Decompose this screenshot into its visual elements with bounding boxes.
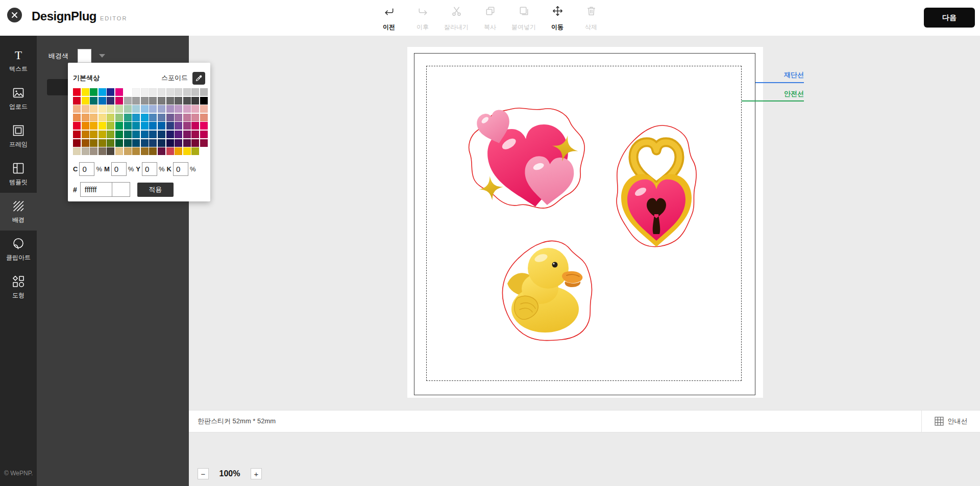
zoom-out-button[interactable]: − [198,468,209,479]
color-swatch[interactable] [166,105,174,113]
color-swatch[interactable] [73,147,81,155]
color-swatch[interactable] [82,105,89,113]
color-swatch[interactable] [183,88,191,96]
color-swatch[interactable] [124,105,132,113]
cut-button[interactable]: 잘라내기 [442,4,471,32]
color-swatch[interactable] [82,122,89,130]
sidebar-item-clipart[interactable]: 클립아트 [0,231,37,268]
color-swatch[interactable] [141,122,149,130]
color-swatch[interactable] [149,139,157,147]
color-swatch[interactable] [175,122,182,130]
color-swatch[interactable] [132,131,140,138]
copy-button[interactable]: 복사 [476,4,504,32]
color-swatch[interactable] [132,114,140,121]
color-swatch[interactable] [175,131,182,138]
color-swatch[interactable] [99,105,106,113]
close-button[interactable] [7,8,22,22]
color-swatch[interactable] [166,147,174,155]
color-swatch[interactable] [115,139,123,147]
paste-button[interactable]: 붙여넣기 [509,4,538,32]
redo-button[interactable]: 이후 [408,4,437,32]
color-swatch[interactable] [107,139,114,147]
color-swatch[interactable] [115,88,123,96]
color-swatch[interactable] [82,114,89,121]
color-swatch[interactable] [183,97,191,105]
color-swatch[interactable] [73,139,81,147]
color-swatch[interactable] [115,97,123,105]
sidebar-item-template[interactable]: 템플릿 [0,155,37,193]
color-swatch[interactable] [99,114,106,121]
color-swatch[interactable] [107,147,114,155]
color-swatch[interactable] [149,131,157,138]
color-swatch[interactable] [191,139,199,147]
sidebar-item-shape[interactable]: 도형 [0,268,37,306]
color-swatch[interactable] [149,105,157,113]
color-swatch[interactable] [115,147,123,155]
color-swatch[interactable] [90,131,97,138]
color-swatch[interactable] [132,105,140,113]
zoom-in-button[interactable]: + [251,468,262,479]
hex-input[interactable] [80,182,112,197]
color-swatch[interactable] [141,114,149,121]
color-swatch[interactable] [200,122,208,130]
color-swatch[interactable] [90,147,97,155]
color-swatch[interactable] [141,97,149,105]
apply-button[interactable]: 적용 [137,183,174,197]
color-swatch[interactable] [175,97,182,105]
color-swatch[interactable] [115,122,123,130]
color-swatch[interactable] [191,131,199,138]
color-swatch[interactable] [107,122,114,130]
color-swatch[interactable] [158,131,165,138]
color-swatch[interactable] [90,105,97,113]
color-swatch[interactable] [132,122,140,130]
color-swatch[interactable] [183,131,191,138]
color-swatch[interactable] [166,131,174,138]
cmyk-y-input[interactable] [142,162,157,176]
color-swatch[interactable] [73,88,81,96]
color-swatch[interactable] [99,122,106,130]
delete-button[interactable]: 삭제 [577,4,605,32]
color-swatch[interactable] [191,105,199,113]
color-swatch[interactable] [149,97,157,105]
color-swatch[interactable] [82,88,89,96]
color-swatch[interactable] [107,114,114,121]
color-swatch[interactable] [82,97,89,105]
color-swatch[interactable] [90,88,97,96]
color-swatch[interactable] [149,88,157,96]
color-swatch[interactable] [73,114,81,121]
color-swatch[interactable] [107,97,114,105]
eyedropper-button[interactable] [192,72,205,85]
color-swatch[interactable] [166,97,174,105]
color-swatch[interactable] [191,97,199,105]
undo-button[interactable]: 이전 [375,4,403,32]
bg-color-swatch[interactable] [78,49,91,63]
color-swatch[interactable] [99,97,106,105]
color-swatch[interactable] [141,88,149,96]
color-swatch[interactable] [166,114,174,121]
color-swatch[interactable] [175,147,182,155]
color-swatch[interactable] [141,139,149,147]
color-swatch[interactable] [107,88,114,96]
color-swatch[interactable] [191,122,199,130]
color-swatch[interactable] [158,114,165,121]
color-swatch[interactable] [82,131,89,138]
color-swatch[interactable] [124,139,132,147]
color-swatch[interactable] [158,97,165,105]
color-swatch[interactable] [158,88,165,96]
color-swatch[interactable] [124,122,132,130]
sidebar-item-upload[interactable]: 업로드 [0,80,37,117]
color-swatch[interactable] [82,139,89,147]
cmyk-c-input[interactable] [79,162,94,176]
color-swatch[interactable] [191,147,199,155]
sidebar-item-background[interactable]: 배경 [0,193,37,231]
color-swatch[interactable] [90,122,97,130]
color-swatch[interactable] [149,114,157,121]
color-swatch[interactable] [158,147,165,155]
color-swatch[interactable] [73,131,81,138]
color-swatch[interactable] [200,105,208,113]
next-button[interactable]: 다음 [924,8,975,28]
color-swatch[interactable] [175,105,182,113]
cmyk-k-input[interactable] [173,162,188,176]
color-swatch[interactable] [82,147,89,155]
color-swatch[interactable] [183,122,191,130]
